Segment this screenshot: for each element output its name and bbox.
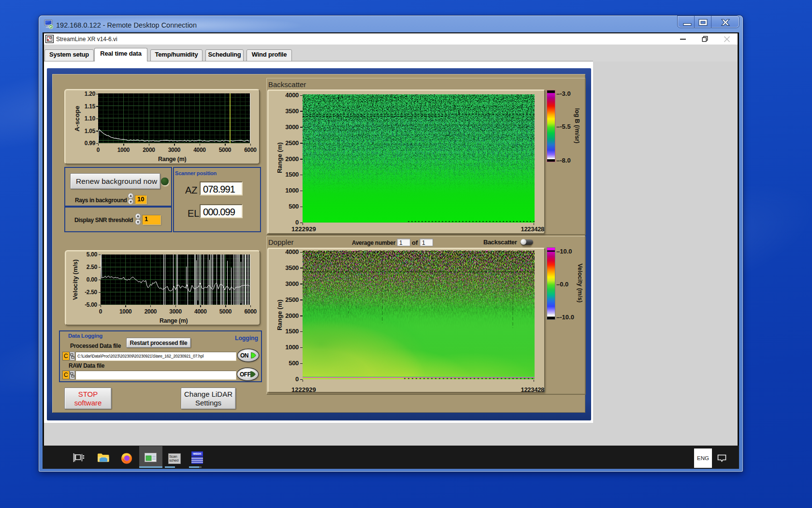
svg-text:WEEK: WEEK <box>193 452 202 455</box>
